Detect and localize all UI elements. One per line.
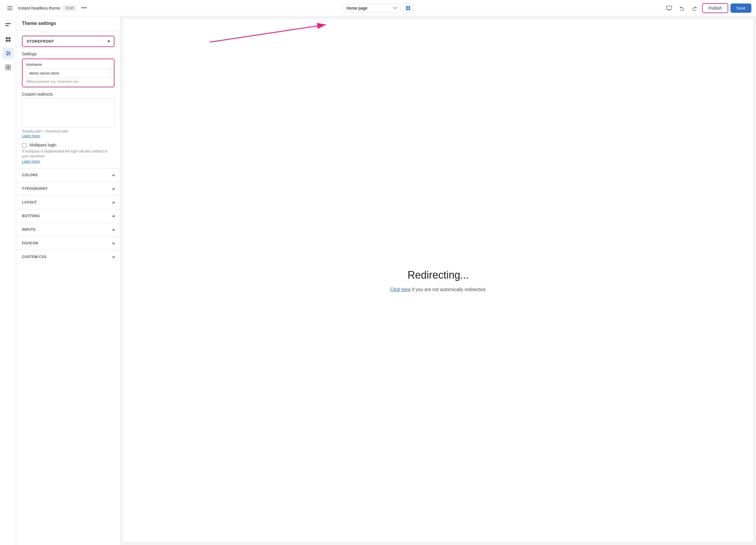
svg-rect-10 <box>5 23 11 24</box>
svg-rect-19 <box>6 65 8 67</box>
multipass-checkbox[interactable] <box>22 143 27 148</box>
save-button[interactable]: Save <box>731 3 751 13</box>
svg-rect-15 <box>8 40 10 42</box>
collapsible-chevron-layout: ◀ <box>112 200 114 204</box>
svg-rect-0 <box>7 6 12 7</box>
custom-redirects-label: Custom redirects <box>22 92 114 96</box>
redo-btn[interactable] <box>689 3 700 13</box>
redirecting-title: Redirecting... <box>390 269 487 281</box>
sidebar-toggle-btn[interactable] <box>5 3 15 13</box>
svg-rect-7 <box>666 6 672 10</box>
svg-rect-11 <box>5 25 9 26</box>
page-selector-value: Home page <box>346 6 367 10</box>
collapsible-chevron-favicon: ◀ <box>112 241 114 245</box>
svg-rect-22 <box>8 68 10 70</box>
preview-area: Redirecting... Click here if you are not… <box>123 19 754 543</box>
blocks-icon-btn[interactable] <box>2 61 14 73</box>
svg-rect-5 <box>406 8 408 10</box>
topbar-left: Instant-headless-theme Draft ••• <box>5 3 339 13</box>
settings-title: Theme settings <box>22 21 56 26</box>
svg-rect-13 <box>8 37 10 39</box>
svg-rect-21 <box>6 68 8 70</box>
collapsible-chevron-inputs: ◀ <box>112 227 114 231</box>
collapsible-custom-css[interactable]: CUSTOM CSS ◀ <box>16 250 120 263</box>
collapsible-colors[interactable]: COLORS ◀ <box>16 168 120 182</box>
page-selector-chevron <box>393 7 397 9</box>
multipass-row: Multipass login <box>22 143 114 148</box>
redirects-learn-more-link[interactable]: Learn more <box>22 134 40 138</box>
hostname-label: Hostname <box>26 63 110 67</box>
collapsible-label-typography: TYPOGRAPHY <box>22 187 48 191</box>
collapsible-favicon[interactable]: FAVICON ◀ <box>16 236 120 250</box>
multipass-section: Multipass login If multipass is implemen… <box>22 143 114 163</box>
settings-panel: Theme settings STOREFRONT ▾ Settings Hos… <box>16 16 120 545</box>
collapsible-chevron-custom-css: ◀ <box>112 255 114 259</box>
svg-rect-6 <box>408 8 410 10</box>
grid-view-btn[interactable] <box>403 3 413 13</box>
svg-rect-4 <box>408 6 410 8</box>
storefront-chevron-icon: ▾ <box>108 39 110 43</box>
more-options-btn[interactable]: ••• <box>79 4 89 12</box>
collapsible-label-buttons: BUTTONS <box>22 214 40 218</box>
custom-redirects-textarea[interactable] <box>22 98 114 127</box>
page-selector[interactable]: Home page <box>343 4 401 12</box>
multipass-description: If multipass is implemented the login wi… <box>22 149 114 159</box>
topbar: Instant-headless-theme Draft ••• Home pa… <box>0 0 756 16</box>
topbar-right: Publish Save <box>417 3 751 13</box>
main-layout: Theme settings STOREFRONT ▾ Settings Hos… <box>0 16 756 545</box>
svg-rect-14 <box>6 40 8 42</box>
collapsible-label-favicon: FAVICON <box>22 241 38 245</box>
draft-badge: Draft <box>63 5 76 11</box>
svg-point-17 <box>8 53 10 54</box>
icon-sidebar <box>0 16 16 545</box>
settings-section-label: Settings <box>22 52 114 56</box>
collapsible-chevron-buttons: ◀ <box>112 214 114 218</box>
collapsible-layout[interactable]: LAYOUT ◀ <box>16 195 120 209</box>
settings-header: Theme settings <box>16 16 120 31</box>
svg-point-16 <box>7 51 8 52</box>
multipass-learn-more-link[interactable]: Learn more <box>22 159 40 163</box>
desktop-icon <box>666 6 672 10</box>
hostname-section: Hostname Without protocol, e.g. mydomain… <box>22 59 114 87</box>
svg-rect-2 <box>7 10 12 10</box>
click-here-link[interactable]: Click here <box>390 287 411 292</box>
collapsible-label-inputs: INPUTS <box>22 227 36 231</box>
collapsible-chevron-typography: ◀ <box>112 187 114 191</box>
collapsible-label-layout: LAYOUT <box>22 200 37 204</box>
hostname-hint: Without protocol, e.g. mydomain.com <box>26 80 110 83</box>
desktop-preview-btn[interactable] <box>664 3 674 13</box>
svg-rect-1 <box>7 8 12 8</box>
sections-icon-btn[interactable] <box>2 34 14 45</box>
redo-icon <box>692 6 697 11</box>
hostname-input[interactable] <box>26 68 110 78</box>
svg-rect-3 <box>406 6 408 8</box>
collapsible-label-colors: COLORS <box>22 173 38 177</box>
collapsible-buttons[interactable]: BUTTONS ◀ <box>16 209 120 223</box>
theme-settings-icon-btn[interactable] <box>2 48 14 59</box>
storefront-selector-value: STOREFRONT <box>27 39 54 43</box>
redirect-body-text: if you are not automically redirected. <box>412 287 486 292</box>
collapsible-sections: COLORS ◀ TYPOGRAPHY ◀ LAYOUT ◀ BUTTONS ◀… <box>16 168 120 263</box>
topbar-center: Home page <box>343 3 413 13</box>
sidebar-toggle-icon-btn[interactable] <box>2 20 14 31</box>
svg-rect-20 <box>8 65 10 67</box>
publish-button[interactable]: Publish <box>702 3 728 13</box>
preview-content: Redirecting... Click here if you are not… <box>390 269 487 292</box>
collapsible-label-custom-css: CUSTOM CSS <box>22 255 47 259</box>
svg-rect-12 <box>6 37 8 39</box>
svg-point-18 <box>7 54 8 55</box>
storefront-section: STOREFRONT ▾ Settings Hostname Without p… <box>16 31 120 168</box>
theme-name: Instant-headless-theme <box>18 6 60 10</box>
collapsible-inputs[interactable]: INPUTS ◀ <box>16 223 120 236</box>
redirect-body: Click here if you are not automically re… <box>390 287 487 292</box>
storefront-selector[interactable]: STOREFRONT ▾ <box>22 36 114 47</box>
undo-btn[interactable] <box>677 3 687 13</box>
collapsible-typography[interactable]: TYPOGRAPHY ◀ <box>16 182 120 195</box>
redirects-hint: Shopify path > Storefront path <box>22 129 114 133</box>
collapsible-chevron-colors: ◀ <box>112 173 114 177</box>
undo-icon <box>679 6 684 11</box>
grid-icon <box>406 6 410 10</box>
multipass-label: Multipass login <box>30 143 56 147</box>
